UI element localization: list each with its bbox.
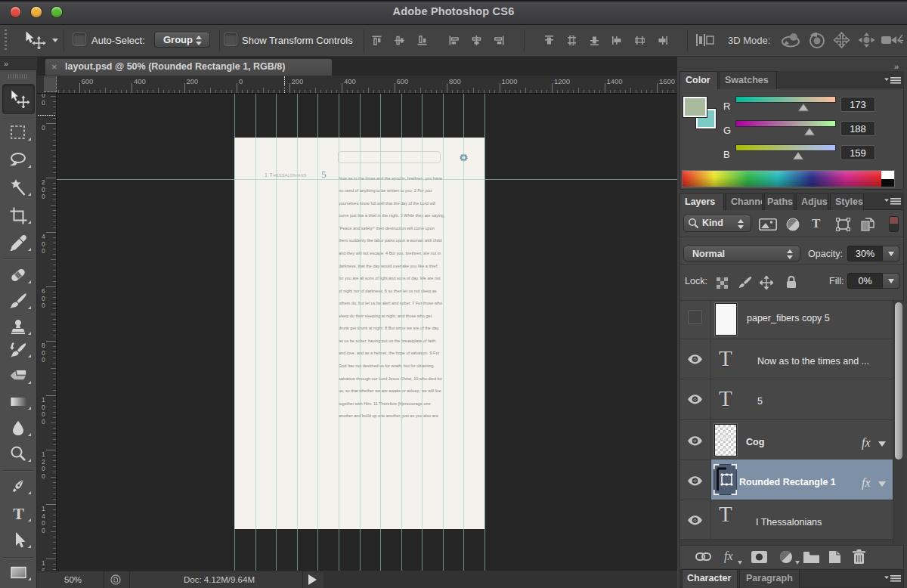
- svg-text:T: T: [13, 504, 24, 523]
